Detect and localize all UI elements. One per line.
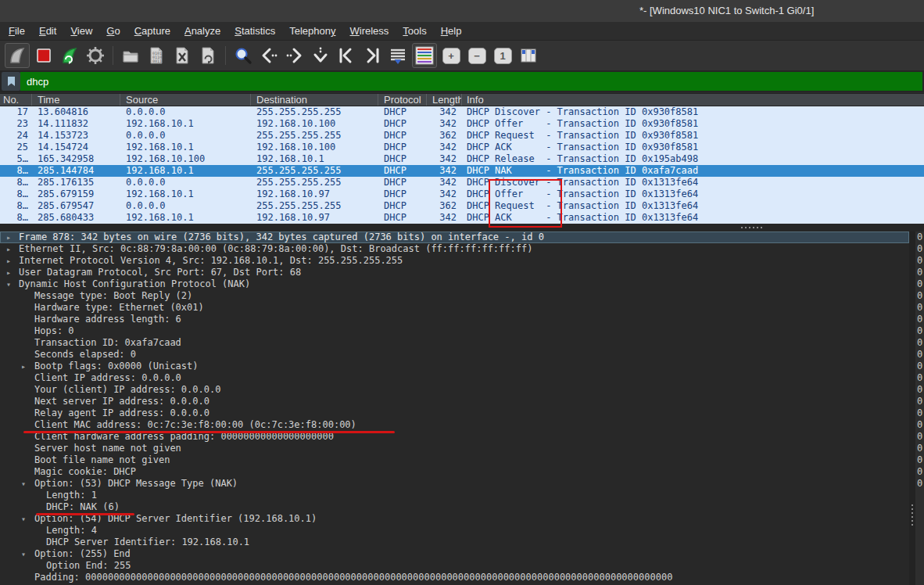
- packet-row[interactable]: 2414.1537230.0.0.0255.255.255.255DHCP362…: [0, 130, 924, 142]
- detail-line-field[interactable]: Boot file name not given: [0, 454, 909, 466]
- detail-line-field[interactable]: Hardware type: Ethernet (0x01): [0, 302, 909, 314]
- detail-line-field[interactable]: Your (client) IP address: 0.0.0.0: [0, 384, 909, 396]
- detail-line-field[interactable]: Transaction ID: 0xafa7caad: [0, 337, 909, 349]
- detail-text: Seconds elapsed: 0: [34, 349, 136, 360]
- column-header-destination[interactable]: Destination: [251, 94, 378, 106]
- detail-line-field[interactable]: Length: 1: [0, 490, 909, 501]
- menu-help[interactable]: Help: [434, 23, 469, 39]
- restart-capture-button[interactable]: [58, 44, 81, 67]
- menu-wireless[interactable]: Wireless: [343, 23, 396, 39]
- expand-arrow-icon[interactable]: ▸: [6, 231, 11, 243]
- reload-file-button[interactable]: [196, 44, 220, 67]
- detail-line-field[interactable]: Hardware address length: 6: [0, 314, 909, 325]
- column-header-source[interactable]: Source: [120, 94, 251, 106]
- expand-arrow-icon[interactable]: ▸: [21, 361, 26, 372]
- menu-statistics[interactable]: Statistics: [227, 23, 282, 39]
- display-filter-input[interactable]: [20, 72, 922, 91]
- detail-line-field[interactable]: Magic cookie: DHCP: [0, 466, 909, 478]
- detail-line-field[interactable]: DHCP Server Identifier: 192.168.10.1: [0, 537, 909, 548]
- detail-line-field[interactable]: Option End: 255: [0, 560, 909, 572]
- packet-bytes-pane-clipped[interactable]: 0 0 0 0 0 0 0 0 0 0 0 0 0 0 0 0 0 0 0 0 …: [915, 231, 924, 585]
- save-file-button[interactable]: 010101100011: [145, 44, 168, 67]
- cell-no: 8…: [0, 200, 32, 212]
- menu-edit[interactable]: Edit: [32, 23, 63, 39]
- find-packet-button[interactable]: [231, 44, 255, 67]
- cell-length: 342: [427, 212, 462, 224]
- zoom-100-button[interactable]: 1: [491, 44, 514, 67]
- capture-options-button[interactable]: [84, 44, 107, 67]
- packet-row[interactable]: 2314.111832192.168.10.1192.168.10.100DHC…: [0, 118, 924, 130]
- detail-text: Ethernet II, Src: 0c:88:79:8a:00:00 (0c:…: [19, 243, 532, 254]
- pane-splitter-horizontal[interactable]: [0, 224, 924, 231]
- last-packet-button[interactable]: [360, 44, 384, 67]
- column-header-time[interactable]: Time: [32, 94, 120, 106]
- collapse-arrow-icon[interactable]: ▾: [21, 513, 26, 525]
- menu-tools[interactable]: Tools: [396, 23, 433, 39]
- resize-columns-button[interactable]: [517, 44, 540, 67]
- packet-row[interactable]: 8…285.679159192.168.10.1192.168.10.97DHC…: [0, 188, 924, 200]
- detail-line-udp[interactable]: ▸User Datagram Protocol, Src Port: 67, D…: [0, 267, 909, 278]
- zoom-in-button[interactable]: +: [439, 44, 463, 67]
- filter-bookmark-button[interactable]: [2, 72, 20, 91]
- auto-scroll-button[interactable]: [386, 44, 410, 67]
- expand-arrow-icon[interactable]: ▸: [6, 267, 11, 278]
- packet-row[interactable]: 8…285.680433192.168.10.1192.168.10.97DHC…: [0, 212, 924, 224]
- splitter-grip: [741, 227, 762, 228]
- detail-line-option-53[interactable]: ▾Option: (53) DHCP Message Type (NAK): [0, 478, 909, 490]
- packet-row[interactable]: 2514.154724192.168.10.1192.168.10.100DHC…: [0, 142, 924, 153]
- detail-line-dhcp[interactable]: ▾Dynamic Host Configuration Protocol (NA…: [0, 278, 909, 290]
- column-header-protocol[interactable]: Protocol: [378, 94, 427, 106]
- start-capture-button[interactable]: [5, 43, 30, 68]
- open-file-button[interactable]: [119, 44, 142, 67]
- detail-line-field[interactable]: Client IP address: 0.0.0.0: [0, 372, 909, 384]
- menu-capture[interactable]: Capture: [127, 23, 177, 39]
- close-file-button[interactable]: [170, 44, 194, 67]
- packet-row[interactable]: 8…285.1761350.0.0.0255.255.255.255DHCP34…: [0, 177, 924, 188]
- menu-file[interactable]: File: [2, 23, 32, 39]
- detail-line-field[interactable]: Next server IP address: 0.0.0.0: [0, 396, 909, 407]
- packet-row[interactable]: 8…285.6795470.0.0.0255.255.255.255DHCP36…: [0, 200, 924, 212]
- menu-go[interactable]: Go: [99, 23, 127, 39]
- pane-splitter-vertical[interactable]: [909, 231, 915, 585]
- collapse-arrow-icon[interactable]: ▾: [21, 548, 26, 560]
- menu-view[interactable]: View: [63, 23, 99, 39]
- cell-source: 192.168.10.1: [120, 212, 251, 224]
- packet-row-selected[interactable]: 8…285.144784192.168.10.1255.255.255.255D…: [0, 165, 924, 177]
- detail-line-ethernet[interactable]: ▸Ethernet II, Src: 0c:88:79:8a:00:00 (0c…: [0, 243, 909, 255]
- detail-line-field[interactable]: Client hardware address padding: 0000000…: [0, 431, 909, 443]
- detail-line-field[interactable]: Hops: 0: [0, 325, 909, 337]
- collapse-arrow-icon[interactable]: ▾: [6, 278, 11, 290]
- cell-info: DHCP Request - Transaction ID 0x930f8581: [462, 130, 924, 142]
- collapse-arrow-icon[interactable]: ▾: [21, 478, 26, 490]
- detail-line-field[interactable]: Relay agent IP address: 0.0.0.0: [0, 407, 909, 419]
- detail-line-dhcp-nak[interactable]: DHCP: NAK (6): [0, 501, 909, 513]
- detail-line-field[interactable]: Length: 4: [0, 525, 909, 537]
- column-header-info[interactable]: Info: [462, 94, 924, 106]
- expand-arrow-icon[interactable]: ▸: [6, 243, 11, 255]
- packet-row[interactable]: 1713.6048160.0.0.0255.255.255.255DHCP342…: [0, 106, 924, 118]
- detail-line-field[interactable]: Seconds elapsed: 0: [0, 349, 909, 361]
- detail-line-option-54[interactable]: ▾Option: (54) DHCP Server Identifier (19…: [0, 513, 909, 525]
- detail-line-frame[interactable]: ▸Frame 878: 342 bytes on wire (2736 bits…: [0, 231, 909, 243]
- detail-line-bootp-flags[interactable]: ▸Bootp flags: 0x0000 (Unicast): [0, 361, 909, 372]
- expand-arrow-icon[interactable]: ▸: [6, 255, 11, 267]
- packet-row[interactable]: 5…165.342958192.168.10.100192.168.10.1DH…: [0, 153, 924, 165]
- previous-packet-button[interactable]: [257, 44, 281, 67]
- menu-telephony[interactable]: Telephony: [282, 23, 342, 39]
- detail-line-field[interactable]: Server host name not given: [0, 443, 909, 454]
- first-packet-button[interactable]: [335, 44, 358, 67]
- detail-line-option-255[interactable]: ▾Option: (255) End: [0, 548, 909, 560]
- detail-line-field[interactable]: Message type: Boot Reply (2): [0, 290, 909, 302]
- folder-icon: [121, 46, 140, 65]
- column-header-no[interactable]: No.: [0, 94, 32, 106]
- detail-line-padding[interactable]: Padding: 0000000000000000000000000000000…: [0, 572, 909, 583]
- colorize-packets-button[interactable]: [412, 43, 437, 68]
- go-to-packet-button[interactable]: [309, 44, 332, 67]
- detail-line-ip[interactable]: ▸Internet Protocol Version 4, Src: 192.1…: [0, 255, 909, 267]
- next-packet-button[interactable]: [283, 44, 306, 67]
- column-header-length[interactable]: Length: [427, 94, 462, 106]
- zoom-out-button[interactable]: −: [465, 44, 489, 67]
- detail-line-client-mac[interactable]: Client MAC address: 0c:7c:3e:f8:00:00 (0…: [0, 419, 909, 431]
- stop-capture-button[interactable]: [32, 44, 56, 67]
- menu-analyze[interactable]: Analyze: [177, 23, 227, 39]
